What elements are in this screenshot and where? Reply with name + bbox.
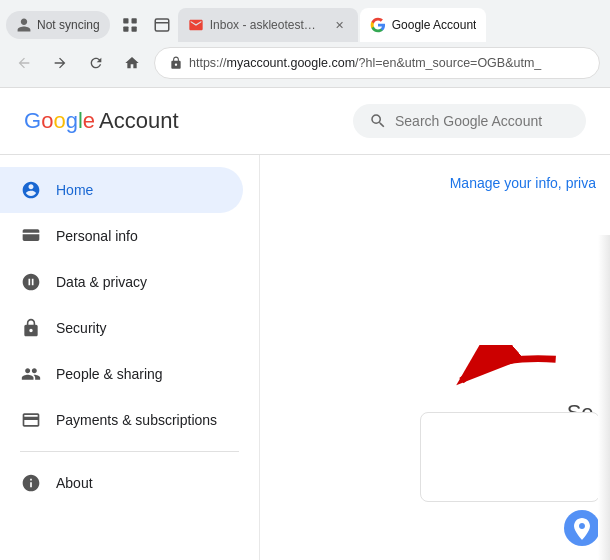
sidebar-divider: [20, 451, 239, 452]
tab-grid-button[interactable]: [116, 11, 144, 39]
forward-button[interactable]: [46, 49, 74, 77]
browser-chrome: Not syncing: [0, 0, 610, 88]
security-icon: [20, 317, 42, 339]
sidebar-item-data-privacy-label: Data & privacy: [56, 274, 147, 290]
svg-rect-1: [131, 18, 136, 23]
gmail-tab-close[interactable]: ✕: [332, 17, 348, 33]
lock-icon: [169, 56, 183, 70]
person-icon: [16, 17, 32, 33]
manage-text: Manage your info, priva: [450, 175, 596, 191]
sidebar-item-home-label: Home: [56, 182, 93, 198]
tab-window-button[interactable]: [148, 11, 176, 39]
ga-header: Google Account: [0, 88, 610, 155]
address-bar[interactable]: https://myaccount.google.com/?hl=en&utm_…: [154, 47, 600, 79]
tab-bar: Not syncing: [0, 0, 610, 42]
about-icon: [20, 472, 42, 494]
svg-rect-0: [123, 18, 128, 23]
google-wordmark: Google: [24, 108, 95, 134]
sidebar-item-security-label: Security: [56, 320, 107, 336]
data-privacy-icon: [20, 271, 42, 293]
sidebar-item-payments-label: Payments & subscriptions: [56, 412, 217, 428]
url-protocol: https://: [189, 56, 227, 70]
account-header-label: Account: [99, 108, 179, 134]
sidebar-item-payments[interactable]: Payments & subscriptions: [0, 397, 243, 443]
payments-icon: [20, 409, 42, 431]
personal-info-icon: [20, 225, 42, 247]
gmail-tab[interactable]: Inbox - askleotest@gmail.com - G ✕: [178, 8, 358, 42]
sidebar-item-about[interactable]: About: [0, 460, 243, 506]
not-syncing-label: Not syncing: [37, 18, 100, 32]
google-tab-icon: [370, 17, 386, 33]
tab-extras: [116, 11, 176, 39]
content-card: [420, 412, 600, 502]
address-bar-row: https://myaccount.google.com/?hl=en&utm_…: [0, 42, 610, 87]
google-account-tab-label: Google Account: [392, 18, 477, 32]
url-domain: myaccount.google.com: [227, 56, 356, 70]
search-icon: [369, 112, 387, 130]
svg-rect-2: [123, 27, 128, 32]
url-path: /?hl=en&utm_source=OGB&utm_: [355, 56, 541, 70]
map-pin-area: [562, 508, 602, 548]
sidebar-item-security[interactable]: Security: [0, 305, 243, 351]
red-arrow: [440, 345, 560, 395]
reload-button[interactable]: [82, 49, 110, 77]
search-input[interactable]: [395, 113, 570, 129]
sidebar-item-people-sharing[interactable]: People & sharing: [0, 351, 243, 397]
url-text: https://myaccount.google.com/?hl=en&utm_…: [189, 56, 585, 70]
people-sharing-icon: [20, 363, 42, 385]
sidebar: Home Personal info Data & privacy: [0, 155, 260, 560]
svg-rect-4: [155, 19, 169, 31]
sidebar-item-about-label: About: [56, 475, 93, 491]
svg-point-7: [564, 510, 600, 546]
gmail-icon: [188, 17, 204, 33]
right-content: Manage your info, priva Se Gu: [260, 155, 610, 560]
google-account-tab[interactable]: Google Account: [360, 8, 487, 42]
page-content: Google Account Home: [0, 88, 610, 560]
torn-edge: [598, 235, 610, 560]
home-button[interactable]: [118, 49, 146, 77]
sidebar-item-home[interactable]: Home: [0, 167, 243, 213]
sidebar-item-data-privacy[interactable]: Data & privacy: [0, 259, 243, 305]
search-box[interactable]: [353, 104, 586, 138]
maps-icon: [562, 508, 602, 548]
gmail-tab-label: Inbox - askleotest@gmail.com - G: [210, 18, 326, 32]
sidebar-item-people-sharing-label: People & sharing: [56, 366, 163, 382]
google-account-logo: Google Account: [24, 108, 179, 134]
main-area: Home Personal info Data & privacy: [0, 155, 610, 560]
back-button[interactable]: [10, 49, 38, 77]
svg-rect-3: [131, 27, 136, 32]
sidebar-item-personal-info-label: Personal info: [56, 228, 138, 244]
home-nav-icon: [20, 179, 42, 201]
not-syncing-tab[interactable]: Not syncing: [6, 11, 110, 39]
sidebar-item-personal-info[interactable]: Personal info: [0, 213, 243, 259]
